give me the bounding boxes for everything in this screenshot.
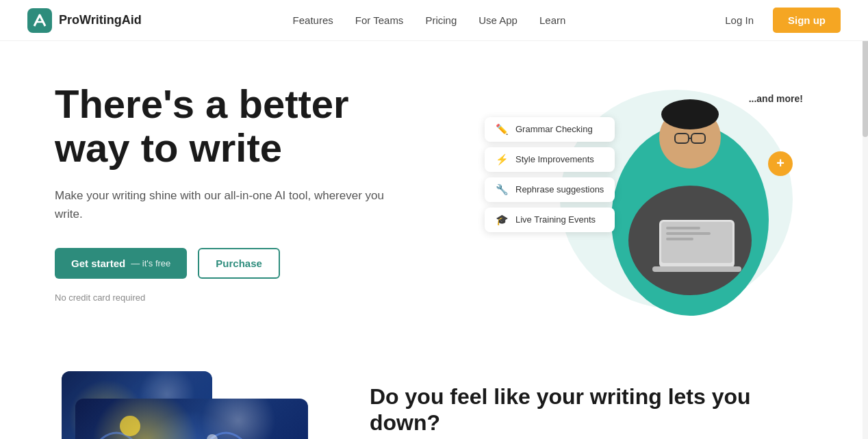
plus-badge: + <box>768 151 793 176</box>
and-more-label: ...and more! <box>749 93 803 104</box>
feature-card-grammar: ✏️ Grammar Checking <box>485 117 615 142</box>
signup-button[interactable]: Sign up <box>773 8 841 33</box>
nav-pricing[interactable]: Pricing <box>425 14 457 26</box>
svg-rect-11 <box>666 227 700 229</box>
art-card-front <box>75 399 308 439</box>
svg-rect-12 <box>666 232 711 235</box>
nav-learn[interactable]: Learn <box>539 14 565 26</box>
nav-features[interactable]: Features <box>293 14 333 26</box>
section2-title: Do you feel like your writing lets you d… <box>370 384 813 436</box>
section2-illustration: My idea in my head <box>55 358 315 439</box>
section2: My idea in my head Do you feel like your… <box>0 330 868 439</box>
logo-icon <box>27 8 52 33</box>
hero-title: There's a better way to write <box>55 82 411 170</box>
hero-buttons: Get started — it's free Purchase <box>55 248 411 279</box>
rephrase-icon: 🔧 <box>496 184 509 196</box>
svg-rect-0 <box>27 8 52 33</box>
brand-name: ProWritingAid <box>59 13 142 27</box>
scrollbar-track[interactable] <box>863 0 868 439</box>
hero-section: There's a better way to write Make your … <box>0 41 868 330</box>
hero-subtitle: Make your writing shine with our all-in-… <box>55 186 411 223</box>
nav-links: Features For Teams Pricing Use App Learn <box>293 14 566 26</box>
person-svg <box>601 83 779 316</box>
grammar-icon: ✏️ <box>496 123 509 136</box>
style-icon: ⚡ <box>496 153 509 166</box>
hero-illustration: ✏️ Grammar Checking ⚡ Style Improvements… <box>485 83 813 302</box>
feature-card-style: ⚡ Style Improvements <box>485 147 615 172</box>
svg-rect-14 <box>652 266 741 272</box>
feature-cards: ✏️ Grammar Checking ⚡ Style Improvements… <box>485 117 615 232</box>
section2-content: Do you feel like your writing lets you d… <box>370 384 813 439</box>
training-icon: 🎓 <box>496 214 509 226</box>
free-label: — it's free <box>131 258 170 268</box>
nav-use-app[interactable]: Use App <box>478 14 518 26</box>
feature-card-training: 🎓 Live Training Events <box>485 208 615 232</box>
svg-point-7 <box>661 99 719 129</box>
navbar: ProWritingAid Features For Teams Pricing… <box>0 0 868 41</box>
brand: ProWritingAid <box>27 8 142 33</box>
nav-for-teams[interactable]: For Teams <box>355 14 404 26</box>
nav-actions: Log In Sign up <box>717 8 841 33</box>
svg-point-15 <box>120 416 140 436</box>
purchase-button[interactable]: Purchase <box>198 248 280 279</box>
no-credit-text: No credit card required <box>55 292 411 303</box>
hero-content: There's a better way to write Make your … <box>55 82 411 303</box>
svg-rect-13 <box>666 238 693 240</box>
feature-card-rephrase: 🔧 Rephrase suggestions <box>485 177 615 202</box>
get-started-button[interactable]: Get started — it's free <box>55 248 187 279</box>
art-cards: My idea in my head <box>55 358 315 439</box>
hero-person <box>594 69 786 316</box>
login-button[interactable]: Log In <box>717 10 762 30</box>
